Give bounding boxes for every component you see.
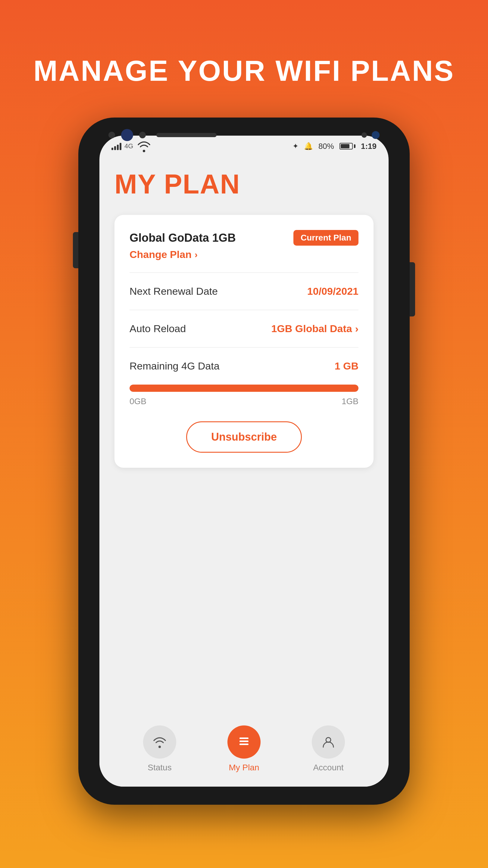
front-cameras-right — [361, 131, 380, 139]
remaining-data-label: Remaining 4G Data — [130, 360, 220, 372]
bottom-nav: Status My Plan — [99, 720, 389, 786]
nav-myplan-circle — [227, 725, 261, 758]
phone-shell: 4G ✦ 🔔 80% 1:19 — [78, 118, 410, 805]
auto-reload-value[interactable]: 1GB Global Data › — [271, 323, 358, 335]
renewal-row: Next Renewal Date 10/09/2021 — [130, 279, 358, 304]
divider-2 — [130, 310, 358, 310]
unsubscribe-button[interactable]: Unsubscribe — [186, 421, 302, 453]
speaker-grill — [156, 133, 217, 137]
nav-status-circle — [143, 725, 176, 758]
front-cameras-left — [108, 129, 221, 141]
renewal-date-value: 10/09/2021 — [307, 285, 358, 297]
nav-account-circle — [312, 725, 345, 758]
svg-rect-3 — [239, 738, 241, 739]
svg-rect-5 — [239, 744, 241, 745]
nav-status-label: Status — [148, 763, 171, 772]
renewal-label: Next Renewal Date — [130, 285, 218, 297]
auto-reload-label: Auto Reload — [130, 323, 186, 335]
remaining-data-row: Remaining 4G Data 1 GB — [130, 353, 358, 378]
plan-card: Global GoData 1GB Current Plan Change Pl… — [115, 215, 373, 468]
plan-name: Global GoData 1GB — [130, 231, 236, 244]
nav-account-label: Account — [313, 763, 344, 772]
svg-rect-4 — [239, 741, 241, 742]
nav-item-status[interactable]: Status — [143, 725, 176, 772]
screen-content: MY PLAN Global GoData 1GB Current Plan C… — [99, 157, 389, 720]
camera-dot-main — [121, 129, 133, 141]
remaining-data-value: 1 GB — [335, 360, 358, 372]
change-plan-link[interactable]: Change Plan › — [130, 249, 358, 260]
phone-screen: 4G ✦ 🔔 80% 1:19 — [99, 135, 389, 786]
nav-person-icon — [321, 735, 335, 749]
signal-bar-1 — [111, 148, 113, 150]
progress-min-label: 0GB — [130, 397, 147, 406]
battery-fill — [341, 144, 350, 148]
divider-3 — [130, 347, 358, 347]
camera-dot-1 — [108, 132, 115, 138]
progress-labels: 0GB 1GB — [130, 397, 358, 406]
camera-dot-3 — [361, 132, 367, 138]
page-title: MANAGE YOUR WIFI PLANS — [33, 54, 455, 87]
change-plan-label: Change Plan — [130, 249, 192, 260]
nav-item-myplan[interactable]: My Plan — [227, 725, 261, 772]
progress-bar-fill — [130, 384, 358, 392]
chevron-right-icon: › — [195, 250, 198, 260]
my-plan-heading: MY PLAN — [115, 169, 373, 200]
nav-plan-icon — [236, 735, 252, 749]
nav-wifi-icon — [152, 735, 167, 749]
auto-reload-row: Auto Reload 1GB Global Data › — [130, 316, 358, 341]
progress-bar-bg — [130, 384, 358, 392]
progress-section: 0GB 1GB — [130, 384, 358, 406]
camera-dot-lens — [372, 131, 380, 139]
auto-reload-chevron-icon: › — [355, 323, 358, 335]
progress-max-label: 1GB — [341, 397, 358, 406]
nav-myplan-label: My Plan — [229, 763, 259, 772]
camera-dot-2 — [139, 132, 146, 138]
plan-card-header: Global GoData 1GB Current Plan — [130, 230, 358, 246]
battery-body — [339, 143, 353, 150]
current-plan-badge: Current Plan — [293, 230, 358, 246]
nav-item-account[interactable]: Account — [312, 725, 345, 772]
